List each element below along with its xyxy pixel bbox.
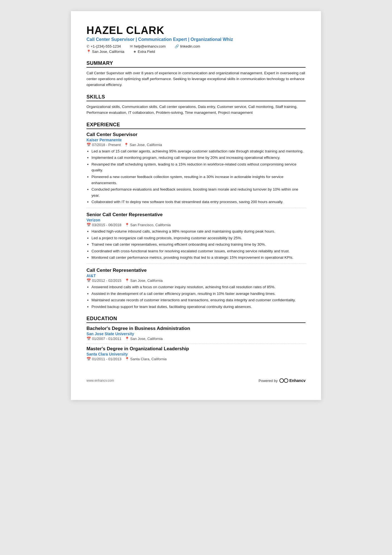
edu-0-school: San Jose State University xyxy=(86,332,306,336)
experience-title: EXPERIENCE xyxy=(86,122,306,129)
skills-section: SKILLS Organizational skills, Communicat… xyxy=(86,94,306,116)
candidate-title: Call Center Supervisor | Communication E… xyxy=(86,37,306,42)
job-0-bullets: Led a team of 15 call center agents, ach… xyxy=(86,148,306,205)
resume-page: HAZEL CLARK Call Center Supervisor | Com… xyxy=(71,11,321,400)
job-1-meta: 📅 03/2015 - 06/2018 📍 San Francisco, Cal… xyxy=(86,223,306,227)
job-2-bullets: Answered inbound calls with a focus on c… xyxy=(86,284,306,310)
contact-row-2: 📍 San Jose, California ★ Extra Field xyxy=(86,50,306,54)
job-1-location: 📍 San Francisco, California xyxy=(125,223,171,227)
edu-0-degree: Bachelor's Degree in Business Administra… xyxy=(86,326,306,331)
bullet: Trained new call center representatives,… xyxy=(91,241,306,248)
location-item: 📍 San Jose, California xyxy=(86,50,124,54)
bullet: Assisted in the development of a call ce… xyxy=(91,291,306,297)
summary-title: SUMMARY xyxy=(86,60,306,68)
education-section: EDUCATION Bachelor's Degree in Business … xyxy=(86,316,306,361)
job-1-date: 📅 03/2015 - 06/2018 xyxy=(86,223,121,227)
edu-1-date: 📅 01/2011 - 01/2013 xyxy=(86,357,121,361)
candidate-name: HAZEL CLARK xyxy=(86,24,306,36)
bullet: Pioneered a new customer feedback collec… xyxy=(91,174,306,186)
edu-1-meta: 📅 01/2011 - 01/2013 📍 Santa Clara, Calif… xyxy=(86,357,306,361)
email-icon: ✉ xyxy=(130,44,133,48)
edu-1-degree: Master's Degree in Organizational Leader… xyxy=(86,346,306,352)
edu-1-school: Santa Clara University xyxy=(86,352,306,356)
phone-icon: ✆ xyxy=(86,44,90,48)
job-1-title: Senior Call Center Representative xyxy=(86,212,306,218)
skills-title: SKILLS xyxy=(86,94,306,101)
linkedin-item: 🔗 linkedin.com xyxy=(175,44,200,48)
job-2-location: 📍 San Jose, California xyxy=(125,278,163,283)
extra-value: Extra Field xyxy=(138,50,155,54)
calendar-icon-2: 📅 xyxy=(86,278,91,283)
pin-icon-edu1: 📍 xyxy=(125,357,129,361)
pin-icon-0: 📍 xyxy=(124,143,128,147)
bullet: Implemented a call monitoring program, r… xyxy=(91,155,306,161)
pin-icon-2: 📍 xyxy=(125,278,129,283)
bullet: Handled high-volume inbound calls, achie… xyxy=(91,228,306,235)
job-0-title: Call Center Supervisor xyxy=(86,132,306,137)
enhancv-logo-icon xyxy=(279,378,288,383)
bullet: Provided backup support for team lead du… xyxy=(91,304,306,310)
bullet: Collaborated with IT to deploy new softw… xyxy=(91,199,306,205)
job-0-location: 📍 San Jose, California xyxy=(124,143,162,147)
calendar-icon-0: 📅 xyxy=(86,143,91,147)
footer-brand: Powered by Enhancv xyxy=(259,378,306,383)
job-1-company: Verizon xyxy=(86,218,306,222)
job-0-divider xyxy=(86,208,306,208)
calendar-icon-1: 📅 xyxy=(86,223,91,227)
calendar-icon-edu1: 📅 xyxy=(86,357,91,361)
edu-0: Bachelor's Degree in Business Administra… xyxy=(86,326,306,344)
location-value: San Jose, California xyxy=(92,50,124,54)
job-0-company: Kaiser Permanente xyxy=(86,138,306,142)
pin-icon-1: 📍 xyxy=(125,223,129,227)
email-item: ✉ help@enhancv.com xyxy=(130,44,166,48)
bullet: Led a team of 15 call center agents, ach… xyxy=(91,148,306,154)
edu-0-divider xyxy=(86,344,306,344)
job-0-meta: 📅 07/2018 - Present 📍 San Jose, Californ… xyxy=(86,143,306,147)
job-1: Senior Call Center Representative Verizo… xyxy=(86,212,306,264)
job-1-divider xyxy=(86,263,306,264)
star-icon: ★ xyxy=(133,50,137,54)
pin-icon-edu0: 📍 xyxy=(125,337,129,341)
skills-text: Organizational skills, Communication ski… xyxy=(86,104,306,116)
experience-section: EXPERIENCE Call Center Supervisor Kaiser… xyxy=(86,122,306,310)
edu-1: Master's Degree in Organizational Leader… xyxy=(86,346,306,361)
job-2-company: At&T xyxy=(86,273,306,278)
svg-point-1 xyxy=(284,379,288,383)
email-value: help@enhancv.com xyxy=(134,44,166,48)
edu-1-location: 📍 Santa Clara, California xyxy=(125,357,167,361)
link-icon: 🔗 xyxy=(175,44,179,48)
bullet: Revamped the staff scheduling system, le… xyxy=(91,161,306,173)
job-2-meta: 📅 01/2012 - 02/2015 📍 San Jose, Californ… xyxy=(86,278,306,283)
contact-row-1: ✆ +1-(234)-555-1234 ✉ help@enhancv.com 🔗… xyxy=(86,44,306,49)
phone-item: ✆ +1-(234)-555-1234 xyxy=(86,44,121,48)
edu-0-date: 📅 01/2007 - 01/2011 xyxy=(86,337,121,341)
bullet: Coordinated with cross-functional teams … xyxy=(91,248,306,254)
footer: www.enhancv.com Powered by Enhancv xyxy=(86,378,306,383)
summary-text: Call Center Supervisor with over 8 years… xyxy=(86,70,306,88)
job-2-title: Call Center Representative xyxy=(86,268,306,273)
job-2-date: 📅 01/2012 - 02/2015 xyxy=(86,278,121,283)
summary-section: SUMMARY Call Center Supervisor with over… xyxy=(86,60,306,88)
calendar-icon-edu0: 📅 xyxy=(86,337,91,341)
location-icon: 📍 xyxy=(86,50,91,54)
job-0: Call Center Supervisor Kaiser Permanente… xyxy=(86,132,306,208)
brand-name: Enhancv xyxy=(289,378,306,383)
svg-point-0 xyxy=(280,379,284,383)
edu-0-meta: 📅 01/2007 - 01/2011 📍 San Jose, Californ… xyxy=(86,337,306,341)
bullet: Maintained accurate records of customer … xyxy=(91,297,306,303)
header: HAZEL CLARK Call Center Supervisor | Com… xyxy=(86,24,306,54)
footer-website: www.enhancv.com xyxy=(86,379,114,383)
bullet: Monitored call center performance metric… xyxy=(91,255,306,261)
bullet: Answered inbound calls with a focus on c… xyxy=(91,284,306,290)
extra-item: ★ Extra Field xyxy=(133,50,155,54)
job-0-date: 📅 07/2018 - Present xyxy=(86,143,121,147)
brand-logo: Enhancv xyxy=(279,378,306,383)
bullet: Conducted performance evaluations and fe… xyxy=(91,186,306,198)
phone-value: +1-(234)-555-1234 xyxy=(91,44,121,48)
education-title: EDUCATION xyxy=(86,316,306,323)
edu-0-location: 📍 San Jose, California xyxy=(125,337,163,341)
powered-by-label: Powered by xyxy=(259,379,278,383)
linkedin-value: linkedin.com xyxy=(180,44,200,48)
job-2: Call Center Representative At&T 📅 01/201… xyxy=(86,268,306,310)
job-1-bullets: Handled high-volume inbound calls, achie… xyxy=(86,228,306,261)
